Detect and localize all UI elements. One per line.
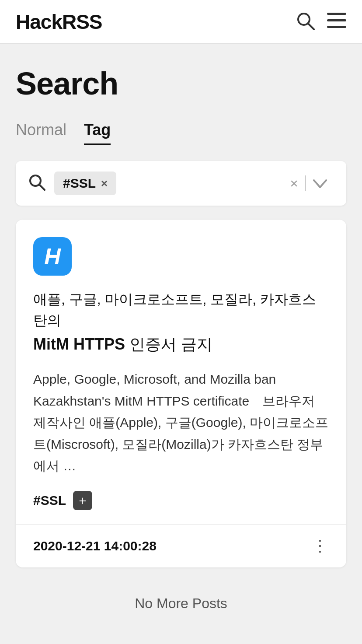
search-bar-icon: [28, 173, 45, 193]
header-actions: [296, 11, 346, 33]
article-title: 애플, 구글, 마이크로소프트, 모질라, 카자흐스탄의 MitM HTTPS …: [33, 289, 329, 356]
article-body: H 애플, 구글, 마이크로소프트, 모질라, 카자흐스탄의 MitM HTTP…: [16, 220, 346, 524]
tab-normal[interactable]: Normal: [16, 121, 66, 145]
app-logo: HackRSS: [16, 10, 102, 34]
tag-add-button[interactable]: ＋: [73, 491, 92, 510]
search-actions: ×: [283, 175, 334, 192]
article-tags: #SSL ＋: [33, 491, 329, 510]
article-title-ko: 애플, 구글, 마이크로소프트, 모질라, 카자흐스탄의: [33, 289, 329, 331]
no-more-posts: No More Posts: [16, 578, 346, 620]
article-excerpt: Apple, Google, Microsoft, and Mozilla ba…: [33, 368, 329, 477]
article-tag-ssl[interactable]: #SSL: [33, 493, 66, 508]
plus-icon: ＋: [77, 494, 89, 507]
search-bar: #SSL × ×: [16, 161, 346, 206]
svg-rect-3: [327, 19, 346, 21]
article-more-button[interactable]: ⋮: [312, 537, 329, 555]
tab-tag[interactable]: Tag: [84, 121, 111, 145]
svg-line-1: [308, 24, 314, 29]
main-content: Search Normal Tag #SSL × ×: [0, 44, 362, 644]
search-icon[interactable]: [296, 11, 315, 33]
svg-rect-2: [327, 13, 346, 15]
svg-line-6: [39, 185, 45, 190]
tag-chip-ssl: #SSL ×: [54, 172, 116, 195]
article-logo-letter: H: [44, 243, 61, 270]
search-clear-button[interactable]: ×: [283, 175, 305, 192]
page-title: Search: [16, 66, 346, 102]
article-card: H 애플, 구글, 마이크로소프트, 모질라, 카자흐스탄의 MitM HTTP…: [16, 220, 346, 567]
article-title-rest: 인증서 금지: [125, 335, 212, 353]
article-date: 2020-12-21 14:00:28: [33, 539, 157, 553]
search-dropdown-button[interactable]: [306, 175, 334, 192]
svg-rect-4: [327, 26, 346, 28]
article-footer: 2020-12-21 14:00:28 ⋮: [16, 524, 346, 567]
menu-icon[interactable]: [327, 13, 346, 31]
tabs: Normal Tag: [16, 121, 346, 145]
header: HackRSS: [0, 0, 362, 44]
article-title-bold: MitM HTTPS: [33, 335, 125, 353]
article-source-logo: H: [33, 237, 72, 276]
tag-chip-remove[interactable]: ×: [101, 177, 108, 190]
tag-chip-label: #SSL: [63, 176, 96, 191]
